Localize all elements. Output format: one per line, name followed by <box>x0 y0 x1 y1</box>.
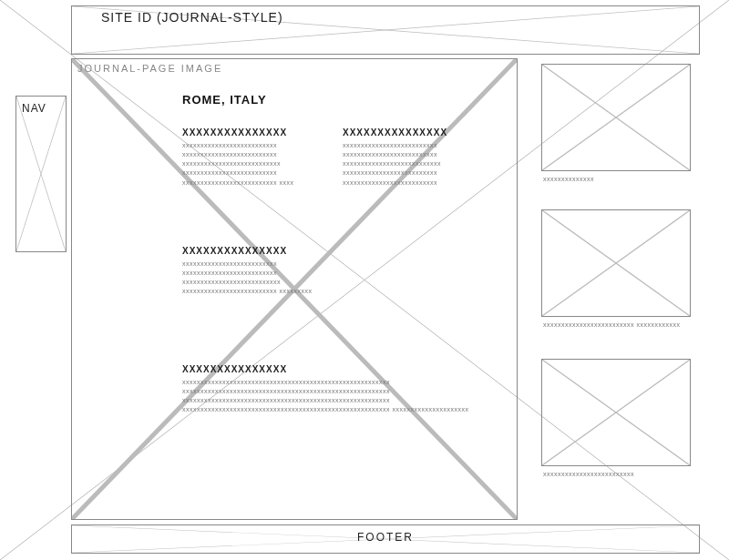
section-body: xxxxxxxxxxxxxxxxxxxxxxxxxx xxxxxxxxxxxxx… <box>182 260 330 297</box>
section-heading: XXXXXXXXXXXXXXX <box>182 246 330 256</box>
svg-line-5 <box>16 97 66 251</box>
article-section-1: XXXXXXXXXXXXXXX xxxxxxxxxxxxxxxxxxxxxxxx… <box>182 127 330 188</box>
site-footer: FOOTER <box>71 524 700 554</box>
page-title: ROME, ITALY <box>182 93 267 107</box>
section-heading: XXXXXXXXXXXXXXX <box>182 127 330 137</box>
journal-image-label: JOURNAL-PAGE IMAGE <box>77 63 222 74</box>
nav-region[interactable]: NAV <box>15 96 67 252</box>
svg-line-4 <box>16 97 66 251</box>
svg-line-13 <box>542 360 690 465</box>
svg-line-9 <box>542 65 690 170</box>
footer-label: FOOTER <box>72 531 699 544</box>
sidebar-caption-2: xxxxxxxxxxxxxxxxxxxxxxxxx xxxxxxxxxxxx <box>543 321 680 329</box>
article-section-4: XXXXXXXXXXXXXXX xxxxxxxxxxxxxxxxxxxxxxxx… <box>182 364 501 415</box>
svg-line-12 <box>542 360 690 465</box>
sidebar-caption-3: xxxxxxxxxxxxxxxxxxxxxxxxx <box>543 470 634 478</box>
svg-line-11 <box>542 210 690 316</box>
svg-line-10 <box>542 210 690 316</box>
article-section-2: XXXXXXXXXXXXXXX xxxxxxxxxxxxxxxxxxxxxxxx… <box>343 127 490 188</box>
sidebar-thumb-3[interactable] <box>541 359 691 466</box>
nav-label: NAV <box>22 102 46 115</box>
article-section-3: XXXXXXXXXXXXXXX xxxxxxxxxxxxxxxxxxxxxxxx… <box>182 246 330 297</box>
section-body: xxxxxxxxxxxxxxxxxxxxxxxxxx xxxxxxxxxxxxx… <box>343 141 490 188</box>
section-body: xxxxxxxxxxxxxxxxxxxxxxxxxx xxxxxxxxxxxxx… <box>182 141 330 188</box>
section-body: xxxxxxxxxxxxxxxxxxxxxxxxxxxxxxxxxxxxxxxx… <box>182 378 501 415</box>
sidebar-thumb-1[interactable] <box>541 64 691 171</box>
section-heading: XXXXXXXXXXXXXXX <box>343 127 490 137</box>
site-header: SITE ID (JOURNAL-STYLE) <box>71 5 700 55</box>
site-id: SITE ID (JOURNAL-STYLE) <box>101 10 283 25</box>
sidebar-caption-1: xxxxxxxxxxxxxx <box>543 175 594 183</box>
section-heading: XXXXXXXXXXXXXXX <box>182 364 501 374</box>
sidebar-thumb-2[interactable] <box>541 209 691 317</box>
svg-line-8 <box>542 65 690 170</box>
